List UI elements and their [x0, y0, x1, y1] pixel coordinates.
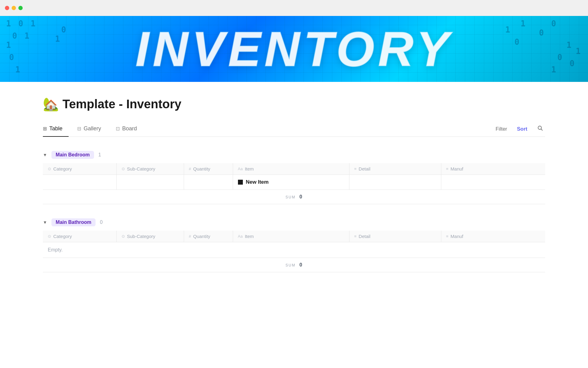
titlebar [0, 0, 588, 16]
manuf-icon: ≡ [446, 167, 449, 171]
group-header-main-bathroom[interactable]: ▼ Main Bathroom 0 [43, 215, 545, 229]
col-header-subcategory-b: ⊙ Sub-Category [116, 231, 184, 242]
tab-board-label: Board [122, 125, 137, 132]
maximize-button[interactable] [18, 6, 23, 10]
table-icon: ⊞ [43, 126, 47, 132]
col-label-category: Category [53, 166, 72, 171]
group-chevron-bathroom[interactable]: ▼ [43, 220, 47, 225]
group-chevron-bedroom[interactable]: ▼ [43, 152, 47, 157]
cell-detail[interactable] [349, 175, 441, 190]
board-icon: ⊡ [116, 126, 120, 132]
sum-label-bathroom: SUM [285, 263, 296, 267]
table-row[interactable]: New Item [43, 175, 545, 190]
col-label-manuf: Manuf [450, 166, 463, 171]
col-header-detail-b: ≡ Detail [349, 231, 441, 242]
svg-line-1 [541, 129, 543, 131]
group-main-bathroom: ▼ Main Bathroom 0 ⊙ Category ⊙ Su [43, 215, 545, 272]
detail-icon-b: ≡ [354, 234, 357, 239]
sum-label-bedroom: SUM [285, 195, 296, 199]
col-header-quantity-b: # Quantity [184, 231, 233, 242]
sort-button[interactable]: Sort [515, 125, 529, 133]
col-header-item: Aa Item [233, 163, 349, 175]
tab-gallery-label: Gallery [84, 125, 101, 132]
page-title: Template - Inventory [62, 97, 181, 111]
col-header-category-b: ⊙ Category [43, 231, 116, 242]
group-header-main-bedroom[interactable]: ▼ Main Bedroom 1 [43, 148, 545, 162]
hero-title: INVENTORY [135, 21, 453, 77]
col-label-detail-b: Detail [359, 234, 370, 239]
table-bedroom: ⊙ Category ⊙ Sub-Category # Quanti [43, 163, 545, 190]
empty-label: Empty. [43, 242, 545, 258]
col-label-quantity: Quantity [193, 166, 210, 171]
toolbar-right: Filter Sort [494, 124, 545, 134]
col-header-quantity: # Quantity [184, 163, 233, 175]
group-count-bedroom: 1 [98, 152, 101, 158]
hero-banner: 10 10 01 11 00 11 10 10 01 10 INVENTORY [0, 16, 588, 82]
col-label-category-b: Category [53, 234, 72, 239]
sum-value-bathroom: 0 [300, 262, 303, 267]
new-item-label: New Item [246, 179, 269, 185]
tab-gallery[interactable]: ⊟ Gallery [77, 122, 107, 137]
filter-button[interactable]: Filter [494, 125, 509, 133]
col-label-item-b: Item [245, 234, 254, 239]
gallery-icon: ⊟ [77, 126, 81, 132]
col-label-item: Item [245, 166, 254, 171]
search-icon [537, 125, 543, 131]
minimize-button[interactable] [12, 6, 16, 10]
sum-row-bedroom: SUM 0 [43, 190, 545, 204]
col-header-item-b: Aa Item [233, 231, 349, 242]
group-label-bedroom: Main Bedroom [51, 151, 94, 159]
quantity-icon-b: # [189, 234, 191, 239]
col-header-detail: ≡ Detail [349, 163, 441, 175]
subcategory-icon-b: ⊙ [122, 234, 125, 239]
tab-board[interactable]: ⊡ Board [116, 122, 143, 137]
col-label-detail: Detail [359, 166, 370, 171]
detail-icon: ≡ [354, 167, 357, 171]
group-label-bathroom: Main Bathroom [51, 218, 96, 226]
category-icon: ⊙ [48, 167, 51, 171]
group-main-bedroom: ▼ Main Bedroom 1 ⊙ Category ⊙ Sub [43, 148, 545, 204]
table-bathroom: ⊙ Category ⊙ Sub-Category # Quanti [43, 231, 545, 258]
column-header-row-bathroom: ⊙ Category ⊙ Sub-Category # Quanti [43, 231, 545, 242]
sum-value-bedroom: 0 [300, 194, 303, 199]
tab-table-label: Table [49, 125, 62, 132]
column-header-row: ⊙ Category ⊙ Sub-Category # Quanti [43, 163, 545, 175]
col-label-quantity-b: Quantity [193, 234, 210, 239]
col-label-subcategory: Sub-Category [127, 166, 156, 171]
new-item-icon [238, 180, 243, 185]
close-button[interactable] [5, 6, 9, 10]
cell-category[interactable] [43, 175, 116, 190]
empty-row-bathroom: Empty. [43, 242, 545, 258]
item-icon-b: Aa [238, 234, 243, 239]
subcategory-icon: ⊙ [122, 167, 125, 171]
quantity-icon: # [189, 167, 191, 171]
col-header-subcategory: ⊙ Sub-Category [116, 163, 184, 175]
cell-quantity[interactable] [184, 175, 233, 190]
page-title-emoji: 🏡 [43, 97, 59, 112]
tab-table[interactable]: ⊞ Table [43, 122, 69, 137]
cell-manuf[interactable] [441, 175, 545, 190]
main-content: 🏡 Template - Inventory ⊞ Table ⊟ Gallery… [0, 82, 588, 287]
sum-row-bathroom: SUM 0 [43, 258, 545, 272]
cell-item[interactable]: New Item [233, 175, 349, 190]
tab-bar: ⊞ Table ⊟ Gallery ⊡ Board Filter Sort [43, 121, 545, 137]
col-header-category: ⊙ Category [43, 163, 116, 175]
col-label-manuf-b: Manuf [450, 234, 463, 239]
item-icon: Aa [238, 167, 243, 171]
category-icon-b: ⊙ [48, 234, 51, 239]
group-count-bathroom: 0 [100, 220, 103, 225]
cell-subcategory[interactable] [116, 175, 184, 190]
page-title-row: 🏡 Template - Inventory [43, 97, 545, 112]
search-button[interactable] [535, 124, 545, 134]
col-label-subcategory-b: Sub-Category [127, 234, 156, 239]
manuf-icon-b: ≡ [446, 234, 449, 239]
col-header-manuf: ≡ Manuf [441, 163, 545, 175]
col-header-manuf-b: ≡ Manuf [441, 231, 545, 242]
